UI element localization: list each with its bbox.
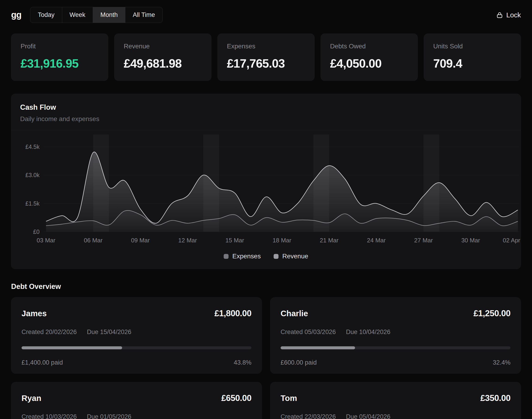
svg-text:24 Mar: 24 Mar xyxy=(367,237,386,244)
svg-text:09 Mar: 09 Mar xyxy=(131,237,150,244)
expenses-swatch-icon xyxy=(224,254,229,259)
debtor-name: Ryan xyxy=(22,393,41,403)
debt-amount: £1,250.00 xyxy=(473,309,510,318)
debt-card-charlie[interactable]: Charlie £1,250.00 Created 05/03/2026 Due… xyxy=(270,297,521,374)
stat-label: Debts Owed xyxy=(330,43,408,50)
legend-item-expenses[interactable]: Expenses xyxy=(224,253,261,260)
stat-value: £4,050.00 xyxy=(330,56,408,70)
stat-value: £17,765.03 xyxy=(227,56,305,70)
debt-paid-amount: £600.00 paid xyxy=(281,359,317,366)
svg-text:£1.5k: £1.5k xyxy=(25,200,40,207)
svg-text:£0: £0 xyxy=(33,228,39,235)
debt-amount: £650.00 xyxy=(221,393,251,403)
debt-progress-fill xyxy=(281,346,355,349)
debt-card-ryan[interactable]: Ryan £650.00 Created 10/03/2026 Due 01/0… xyxy=(11,382,262,419)
svg-text:30 Mar: 30 Mar xyxy=(461,237,480,244)
cashflow-header: Cash Flow Daily income and expenses xyxy=(11,94,521,130)
svg-text:21 Mar: 21 Mar xyxy=(320,237,339,244)
debt-progress-track xyxy=(281,346,510,349)
stat-value: £49,681.98 xyxy=(124,56,202,70)
debt-created-date: Created 05/03/2026 xyxy=(281,328,336,336)
svg-text:02 Apr: 02 Apr xyxy=(503,237,520,244)
cashflow-chart-svg[interactable]: £0£1.5k£3.0k£4.5k03 Mar06 Mar09 Mar12 Ma… xyxy=(11,132,521,248)
stat-label: Units Sold xyxy=(433,43,511,50)
debt-amount: £350.00 xyxy=(481,393,510,403)
lock-button[interactable]: Lock xyxy=(496,11,521,19)
debt-paid-amount: £1,400.00 paid xyxy=(22,359,63,366)
revenue-swatch-icon xyxy=(274,254,278,259)
time-filter-tabs: Today Week Month All Time xyxy=(30,7,163,23)
lock-button-label: Lock xyxy=(506,11,521,19)
svg-text:12 Mar: 12 Mar xyxy=(178,237,197,244)
debt-paid-percent: 43.8% xyxy=(234,359,251,366)
debt-overview-heading: Debt Overview xyxy=(11,282,521,291)
legend-label-expenses: Expenses xyxy=(232,253,261,260)
debt-card-james[interactable]: James £1,800.00 Created 20/02/2026 Due 1… xyxy=(11,297,262,374)
debt-progress-track xyxy=(22,346,251,349)
svg-text:03 Mar: 03 Mar xyxy=(37,237,56,244)
debt-due-date: Due 10/04/2026 xyxy=(346,328,390,336)
debt-progress-fill xyxy=(22,346,122,349)
debtor-name: Charlie xyxy=(281,309,308,318)
svg-text:06 Mar: 06 Mar xyxy=(84,237,103,244)
debtor-name: Tom xyxy=(281,393,297,403)
cashflow-card: Cash Flow Daily income and expenses £0£1… xyxy=(11,94,521,269)
svg-text:£3.0k: £3.0k xyxy=(25,172,40,178)
stat-card-revenue: Revenue £49,681.98 xyxy=(114,34,211,81)
tab-all-time[interactable]: All Time xyxy=(125,7,162,23)
app-logo: gg xyxy=(11,10,21,20)
lock-icon xyxy=(496,12,503,18)
cashflow-subtitle: Daily income and expenses xyxy=(20,115,512,123)
debt-created-date: Created 10/03/2026 xyxy=(22,413,77,419)
stat-card-profit: Profit £31,916.95 xyxy=(11,34,108,81)
stat-value: 709.4 xyxy=(433,56,511,70)
debt-card-tom[interactable]: Tom £350.00 Created 22/03/2026 Due 05/04… xyxy=(270,382,521,419)
legend-label-revenue: Revenue xyxy=(282,253,308,260)
svg-text:18 Mar: 18 Mar xyxy=(273,237,291,244)
stat-label: Revenue xyxy=(124,43,202,50)
stat-label: Expenses xyxy=(227,43,305,50)
tab-week[interactable]: Week xyxy=(62,7,93,23)
debtor-name: James xyxy=(22,309,47,318)
legend-item-revenue[interactable]: Revenue xyxy=(274,253,308,260)
tab-month[interactable]: Month xyxy=(93,7,125,23)
stat-card-expenses: Expenses £17,765.03 xyxy=(217,34,315,81)
cashflow-plot-area[interactable]: £0£1.5k£3.0k£4.5k03 Mar06 Mar09 Mar12 Ma… xyxy=(11,130,521,249)
debt-created-date: Created 22/03/2026 xyxy=(281,413,336,419)
debt-due-date: Due 05/04/2026 xyxy=(346,413,390,419)
stat-card-debts-owed: Debts Owed £4,050.00 xyxy=(321,34,418,81)
svg-text:15 Mar: 15 Mar xyxy=(225,237,244,244)
tab-today[interactable]: Today xyxy=(30,7,62,23)
debt-paid-percent: 32.4% xyxy=(493,359,510,366)
cashflow-title: Cash Flow xyxy=(20,103,512,112)
debt-grid: James £1,800.00 Created 20/02/2026 Due 1… xyxy=(11,297,521,419)
debt-amount: £1,800.00 xyxy=(214,309,251,318)
stat-card-units-sold: Units Sold 709.4 xyxy=(424,34,521,81)
svg-text:27 Mar: 27 Mar xyxy=(414,237,433,244)
cashflow-legend: Expenses Revenue xyxy=(11,249,521,269)
debt-due-date: Due 01/05/2026 xyxy=(87,413,131,419)
debt-due-date: Due 15/04/2026 xyxy=(87,328,131,336)
stat-value: £31,916.95 xyxy=(21,56,99,70)
top-bar: gg Today Week Month All Time Lock xyxy=(0,0,532,23)
stat-label: Profit xyxy=(21,43,99,50)
debt-created-date: Created 20/02/2026 xyxy=(22,328,77,336)
svg-text:£4.5k: £4.5k xyxy=(25,144,40,150)
stats-row: Profit £31,916.95 Revenue £49,681.98 Exp… xyxy=(11,34,521,81)
